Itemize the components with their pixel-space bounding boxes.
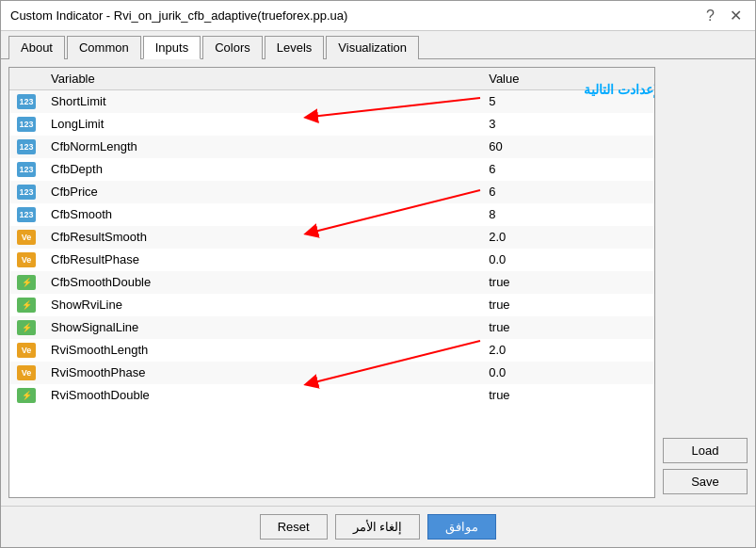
tab-about[interactable]: About xyxy=(8,36,65,59)
row-variable: RviSmoothDouble xyxy=(43,384,481,407)
row-icon: ⚡ xyxy=(9,316,43,339)
row-variable: CfbSmooth xyxy=(43,203,481,226)
table-row[interactable]: VeRviSmoothPhase0.0 xyxy=(9,362,654,384)
row-value: 60 xyxy=(481,136,654,158)
row-icon: 123 xyxy=(9,203,43,226)
row-variable: CfbPrice xyxy=(43,181,481,203)
row-value: true xyxy=(481,271,654,294)
row-value: 2.0 xyxy=(481,226,654,249)
window-controls: ? ✕ xyxy=(702,8,746,24)
tab-inputs[interactable]: Inputs xyxy=(143,36,201,59)
row-icon: Ve xyxy=(9,339,43,362)
col-header-variable-label: Variable xyxy=(43,68,481,90)
main-window: Custom Indicator - Rvi_on_jurik_cfb_adap… xyxy=(0,0,756,548)
title-bar: Custom Indicator - Rvi_on_jurik_cfb_adap… xyxy=(1,1,755,31)
row-variable: ShowRviLine xyxy=(43,294,481,316)
bottom-bar: Reset إلغاء الأمر موافق xyxy=(1,506,755,547)
tab-bar: About Common Inputs Colors Levels Visual… xyxy=(1,31,755,59)
col-header-variable xyxy=(9,68,43,90)
reset-button[interactable]: Reset xyxy=(260,514,328,540)
variables-table: Variable Value 123ShortLimit5123LongLimi… xyxy=(9,68,654,407)
row-variable: LongLimit xyxy=(43,113,481,136)
table-row[interactable]: 123CfbSmooth8 xyxy=(9,203,654,226)
table-body: 123ShortLimit5123LongLimit3123CfbNormLen… xyxy=(9,90,654,407)
row-icon: ⚡ xyxy=(9,384,43,407)
row-icon: Ve xyxy=(9,226,43,249)
table-row[interactable]: 123CfbPrice6 xyxy=(9,181,654,203)
row-value: 2.0 xyxy=(481,339,654,362)
table-row[interactable]: VeRviSmoothLength2.0 xyxy=(9,339,654,362)
row-icon: 123 xyxy=(9,90,43,113)
row-icon: Ve xyxy=(9,249,43,271)
table-row[interactable]: 123LongLimit3 xyxy=(9,113,654,136)
variables-table-container: بالإعدادت التالية Variable xyxy=(8,67,655,498)
col-header-value: Value xyxy=(481,68,654,90)
table-row[interactable]: VeCfbResultSmooth2.0 xyxy=(9,226,654,249)
row-value: true xyxy=(481,294,654,316)
row-value: 5 xyxy=(481,90,654,113)
row-value: true xyxy=(481,316,654,339)
table-row[interactable]: 123ShortLimit5 xyxy=(9,90,654,113)
tab-levels[interactable]: Levels xyxy=(265,36,325,59)
content-area: بالإعدادت التالية Variable xyxy=(1,59,755,506)
row-icon: 123 xyxy=(9,181,43,203)
window-title: Custom Indicator - Rvi_on_jurik_cfb_adap… xyxy=(10,8,347,23)
row-variable: CfbResultSmooth xyxy=(43,226,481,249)
close-button[interactable]: ✕ xyxy=(726,8,746,24)
row-icon: 123 xyxy=(9,113,43,136)
row-variable: CfbResultPhase xyxy=(43,249,481,271)
row-icon: 123 xyxy=(9,158,43,181)
row-variable: CfbNormLength xyxy=(43,136,481,158)
table-row[interactable]: 123CfbDepth6 xyxy=(9,158,654,181)
help-button[interactable]: ? xyxy=(702,8,718,24)
sidebar-buttons: Load Save xyxy=(663,67,748,498)
row-icon: ⚡ xyxy=(9,294,43,316)
load-button[interactable]: Load xyxy=(663,438,748,463)
row-value: 8 xyxy=(481,203,654,226)
tab-common[interactable]: Common xyxy=(67,36,141,59)
table-row[interactable]: VeCfbResultPhase0.0 xyxy=(9,249,654,271)
table-row[interactable]: 123CfbNormLength60 xyxy=(9,136,654,158)
row-variable: RviSmoothPhase xyxy=(43,362,481,384)
row-value: 0.0 xyxy=(481,362,654,384)
row-icon: ⚡ xyxy=(9,271,43,294)
table-row[interactable]: ⚡ShowRviLinetrue xyxy=(9,294,654,316)
tab-colors[interactable]: Colors xyxy=(202,36,263,59)
row-icon: 123 xyxy=(9,136,43,158)
row-value: 3 xyxy=(481,113,654,136)
ok-button[interactable]: موافق xyxy=(427,514,496,540)
row-value: 0.0 xyxy=(481,249,654,271)
row-value: true xyxy=(481,384,654,407)
table-row[interactable]: ⚡RviSmoothDoubletrue xyxy=(9,384,654,407)
table-row[interactable]: ⚡CfbSmoothDoubletrue xyxy=(9,271,654,294)
row-variable: ShortLimit xyxy=(43,90,481,113)
tab-visualization[interactable]: Visualization xyxy=(326,36,419,59)
table-header-row: Variable Value xyxy=(9,68,654,90)
row-variable: CfbDepth xyxy=(43,158,481,181)
cancel-button[interactable]: إلغاء الأمر xyxy=(335,514,421,540)
row-value: 6 xyxy=(481,158,654,181)
table-row[interactable]: ⚡ShowSignalLinetrue xyxy=(9,316,654,339)
save-button[interactable]: Save xyxy=(663,469,748,494)
row-icon: Ve xyxy=(9,362,43,384)
row-value: 6 xyxy=(481,181,654,203)
row-variable: RviSmoothLength xyxy=(43,339,481,362)
row-variable: CfbSmoothDouble xyxy=(43,271,481,294)
row-variable: ShowSignalLine xyxy=(43,316,481,339)
